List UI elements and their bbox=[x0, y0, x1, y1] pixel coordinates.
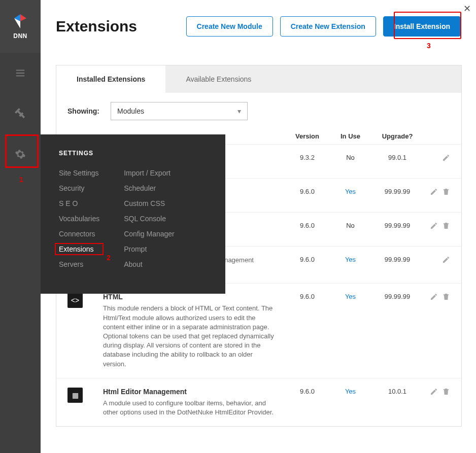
flyout-item-security[interactable]: Security bbox=[59, 184, 99, 192]
flyout-item-scheduler[interactable]: Scheduler bbox=[124, 184, 175, 192]
col-inuse: In Use bbox=[329, 132, 372, 140]
flyout-item-vocabularies[interactable]: Vocabularies bbox=[59, 215, 99, 223]
edit-icon[interactable] bbox=[430, 293, 438, 302]
extension-version: 9.6.0 bbox=[286, 222, 329, 237]
flyout-item-site-settings[interactable]: Site Settings bbox=[59, 169, 99, 177]
extension-upgrade: 99.99.99 bbox=[372, 222, 423, 237]
extension-inuse: No bbox=[329, 154, 372, 169]
delete-icon[interactable] bbox=[442, 388, 450, 397]
filter-row: Showing: Modules ▾ bbox=[56, 93, 461, 126]
tab-installed[interactable]: Installed Extensions bbox=[56, 65, 165, 93]
header-buttons: Create New Module Create New Extension I… bbox=[186, 16, 461, 37]
flyout-item-custom-css[interactable]: Custom CSS bbox=[124, 199, 175, 207]
showing-label: Showing: bbox=[67, 107, 99, 115]
delete-icon[interactable] bbox=[442, 222, 450, 231]
flyout-item-about[interactable]: About bbox=[124, 260, 175, 268]
extension-row: ▦Html Editor ManagementA module used to … bbox=[56, 378, 461, 426]
create-extension-button[interactable]: Create New Extension bbox=[280, 16, 376, 37]
extension-upgrade: 99.99.99 bbox=[372, 256, 423, 274]
logo-text: DNN bbox=[13, 32, 27, 40]
extension-title: HTML bbox=[103, 293, 276, 301]
edit-icon[interactable] bbox=[442, 154, 450, 163]
flyout-item-import-export[interactable]: Import / Export bbox=[124, 169, 175, 177]
tab-available[interactable]: Available Extensions bbox=[165, 65, 271, 93]
annotation-label-3: 3 bbox=[427, 42, 431, 50]
edit-icon[interactable] bbox=[430, 388, 438, 397]
extension-version: 9.3.2 bbox=[286, 154, 329, 169]
tab-bar: Installed Extensions Available Extension… bbox=[56, 65, 461, 93]
sidebar-tools-button[interactable] bbox=[0, 93, 41, 134]
flyout-item-servers[interactable]: Servers bbox=[59, 260, 99, 268]
page-title: Extensions bbox=[56, 18, 137, 35]
logo: DNN bbox=[0, 0, 41, 53]
edit-icon[interactable] bbox=[442, 256, 450, 265]
delete-icon[interactable] bbox=[442, 293, 450, 302]
settings-flyout: SETTINGS Site SettingsSecurityS E OVocab… bbox=[41, 134, 225, 294]
flyout-item-prompt[interactable]: Prompt bbox=[124, 245, 175, 253]
extension-inuse: Yes bbox=[329, 388, 372, 417]
extension-inuse: Yes bbox=[329, 256, 372, 274]
delete-icon[interactable] bbox=[442, 188, 450, 197]
extension-inuse: No bbox=[329, 222, 372, 237]
sidebar-content-button[interactable] bbox=[0, 53, 41, 93]
extension-desc: A module used to configure toolbar items… bbox=[103, 399, 276, 417]
extension-row: <>HTMLThis module renders a block of HTM… bbox=[56, 283, 461, 377]
extension-title: Html Editor Management bbox=[103, 388, 276, 396]
type-select[interactable]: Modules ▾ bbox=[111, 102, 248, 120]
extension-version: 9.6.0 bbox=[286, 188, 329, 203]
flyout-item-s-e-o[interactable]: S E O bbox=[59, 199, 99, 207]
annotation-label-1: 1 bbox=[19, 176, 23, 184]
sidebar-settings-button[interactable] bbox=[0, 134, 41, 175]
flyout-item-sql-console[interactable]: SQL Console bbox=[124, 215, 175, 223]
extension-version: 9.6.0 bbox=[286, 256, 329, 274]
left-sidebar: DNN bbox=[0, 0, 41, 453]
extension-upgrade: 10.0.1 bbox=[372, 388, 423, 417]
extension-icon: ▦ bbox=[67, 388, 103, 417]
flyout-item-extensions[interactable]: Extensions bbox=[55, 243, 104, 255]
type-select-value: Modules bbox=[117, 107, 144, 115]
extension-upgrade: 99.99.99 bbox=[372, 293, 423, 368]
extension-icon: <> bbox=[67, 293, 103, 368]
col-upgrade: Upgrade? bbox=[372, 132, 423, 140]
extension-upgrade: 99.0.1 bbox=[372, 154, 423, 169]
extension-inuse: Yes bbox=[329, 188, 372, 203]
install-extension-button[interactable]: Install Extension bbox=[383, 16, 461, 37]
create-module-button[interactable]: Create New Module bbox=[186, 16, 273, 37]
extension-version: 9.6.0 bbox=[286, 293, 329, 368]
flyout-title: SETTINGS bbox=[59, 150, 210, 157]
extension-version: 9.6.0 bbox=[286, 388, 329, 417]
extension-inuse: Yes bbox=[329, 293, 372, 368]
col-version: Version bbox=[286, 132, 329, 140]
extension-desc: This module renders a block of HTML or T… bbox=[103, 304, 276, 368]
flyout-item-config-manager[interactable]: Config Manager bbox=[124, 230, 175, 238]
flyout-item-connectors[interactable]: Connectors bbox=[59, 230, 99, 238]
dnn-logo-icon bbox=[12, 13, 28, 29]
extension-upgrade: 99.99.99 bbox=[372, 188, 423, 203]
page-header: Extensions Create New Module Create New … bbox=[41, 0, 476, 53]
annotation-label-2: 2 bbox=[107, 254, 111, 262]
edit-icon[interactable] bbox=[430, 222, 438, 231]
chevron-down-icon: ▾ bbox=[237, 107, 241, 115]
edit-icon[interactable] bbox=[430, 188, 438, 197]
